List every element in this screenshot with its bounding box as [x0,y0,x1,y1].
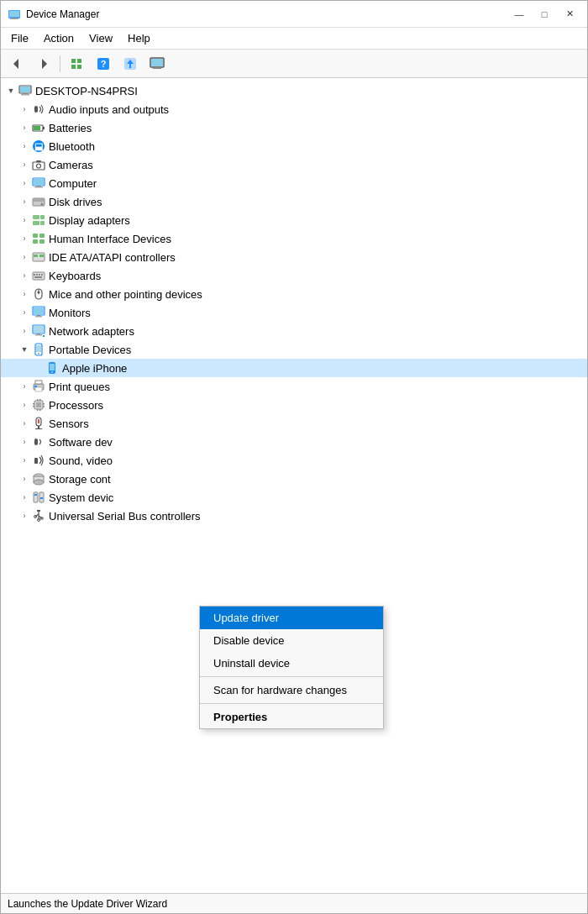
toolbar: ? [1,50,587,78]
update-toolbar-button[interactable] [118,53,143,75]
menu-file[interactable]: File [4,30,35,46]
svg-rect-19 [20,87,30,92]
properties-toolbar-button[interactable] [64,53,89,75]
list-item[interactable]: › Sensors [1,414,587,433]
expand-icon: › [18,509,31,523]
device-manager-window: Device Manager — □ ✕ File Action View He… [0,0,588,914]
status-bar: Launches the Update Driver Wizard [1,893,587,913]
list-item[interactable]: › Sound, video [1,451,587,470]
svg-rect-20 [23,93,28,94]
list-item[interactable]: › IDE ATA/ATAPI controllers [1,248,587,266]
list-item[interactable]: › Mice and other pointing devices [1,285,587,303]
svg-rect-86 [43,406,45,407]
storage-icon [31,471,46,486]
svg-rect-78 [36,402,41,407]
list-item[interactable]: ▼ Portable Devices [1,340,587,359]
list-item[interactable]: › Cameras [1,155,587,174]
list-item[interactable]: › System devic [1,488,587,507]
expand-icon: › [18,491,31,504]
ctx-scan-hardware[interactable]: Scan for hardware changes [200,679,383,701]
svg-rect-49 [33,272,45,280]
monitor-toolbar-button[interactable] [144,53,170,75]
sensor-icon [31,416,46,431]
list-item[interactable]: Apple iPhone [1,359,587,377]
keyboards-label: Keyboards [49,270,101,282]
svg-rect-66 [43,335,45,337]
svg-marker-5 [42,59,47,69]
menu-view[interactable]: View [82,30,119,46]
list-item[interactable]: › Disk drives [1,192,587,211]
bluetooth-label: Bluetooth [49,140,95,153]
processors-label: Processors [49,399,103,412]
list-item[interactable]: › Computer [1,174,587,192]
expand-icon: › [18,287,31,301]
svg-rect-40 [40,215,45,219]
svg-rect-64 [37,334,40,334]
hid-icon [31,231,46,246]
list-item[interactable]: › Storage cont [1,470,587,488]
expand-icon: › [18,158,31,171]
svg-point-57 [38,292,40,294]
list-item[interactable]: › Print queues [1,377,587,396]
list-item[interactable]: › Software dev [1,433,587,451]
list-item[interactable]: › Monitors [1,303,587,322]
computer-icon [18,83,33,98]
list-item[interactable]: › Display adapters [1,211,587,229]
menu-help[interactable]: Help [121,30,157,46]
svg-rect-65 [35,334,42,336]
svg-rect-36 [34,199,44,202]
monitor-icon [31,305,46,320]
help-toolbar-button[interactable]: ? [91,53,116,75]
audio-label: Audio inputs and outputs [49,103,169,116]
display-label: Display adapters [49,214,130,227]
usb-label: Universal Serial Bus controllers [49,510,201,523]
usb-icon [31,508,46,523]
disk-label: Disk drives [49,196,102,208]
svg-rect-52 [39,274,40,276]
ide-label: IDE ATA/ATAPI controllers [49,251,176,264]
svg-rect-2 [12,18,17,18]
minimize-button[interactable]: — [508,6,530,23]
list-item[interactable]: › Network adapters [1,322,587,340]
svg-rect-7 [77,59,81,63]
softwaredev-label: Software dev [49,436,113,449]
svg-text:⬓: ⬓ [34,141,44,151]
back-button[interactable] [4,53,29,75]
svg-rect-83 [33,403,34,405]
list-item[interactable]: › Audio inputs and outputs [1,100,587,118]
ctx-uninstall-device[interactable]: Uninstall device [200,652,383,675]
forward-button[interactable] [31,53,56,75]
ctx-separator [200,676,383,677]
svg-rect-80 [39,399,41,401]
storage-label: Storage cont [49,473,111,486]
list-item[interactable]: › ⬓ Bluetooth [1,137,587,155]
svg-rect-84 [33,406,34,407]
svg-rect-92 [34,458,38,464]
list-item[interactable]: › Batteries [1,118,587,137]
app-icon [8,8,21,21]
menu-action[interactable]: Action [37,30,81,46]
svg-rect-97 [34,494,37,496]
list-item[interactable]: › Processors [1,396,587,414]
svg-rect-42 [33,234,38,238]
svg-point-37 [41,203,44,206]
maximize-button[interactable]: □ [533,6,555,23]
svg-text:?: ? [101,59,107,69]
svg-point-72 [51,371,53,373]
ctx-properties[interactable]: Properties [200,706,383,728]
svg-rect-59 [34,307,44,314]
ctx-update-driver[interactable]: Update driver [200,607,383,629]
svg-rect-68 [36,345,41,352]
list-item[interactable]: › Keyboards [1,266,587,285]
tree-root[interactable]: ▼ DESKTOP-NS4PRSI [1,81,587,100]
list-item[interactable]: › Universal Serial Bus controllers [1,507,587,525]
svg-rect-50 [34,274,35,276]
camera-icon [31,157,46,172]
device-tree[interactable]: ▼ DESKTOP-NS4PRSI › Audio [1,78,587,893]
svg-rect-99 [40,497,43,499]
svg-rect-51 [36,274,38,276]
close-button[interactable]: ✕ [559,6,580,23]
list-item[interactable]: › Human Interface Devices [1,229,587,248]
ctx-disable-device[interactable]: Disable device [200,629,383,652]
sound-icon [31,453,46,468]
